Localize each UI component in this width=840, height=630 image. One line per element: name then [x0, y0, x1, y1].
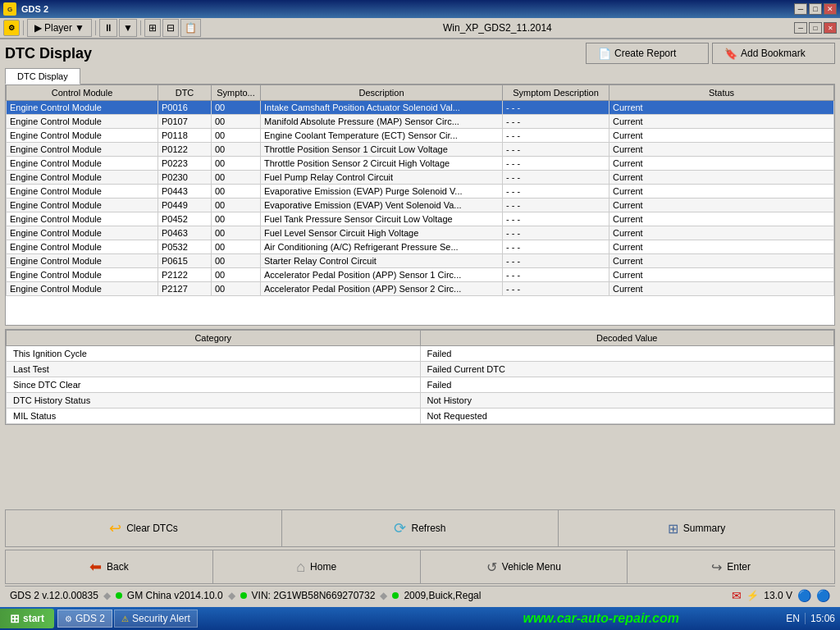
detail-row: DTC History StatusNot History	[7, 393, 834, 409]
watermark: www.car-auto-repair.com	[421, 611, 781, 626]
detail-row: Last TestFailed Current DTC	[7, 362, 834, 377]
table-row[interactable]: Engine Control ModuleP053200Air Conditio…	[7, 240, 834, 254]
windows-logo: ⊞	[10, 612, 20, 625]
col-header-dtc: DTC	[158, 85, 212, 101]
back-btn[interactable]: ⬅ Back	[6, 550, 213, 583]
version-text: GDS 2 v.12.0.00835	[10, 590, 98, 601]
detail-col-category: Category	[7, 331, 421, 346]
detail-area: Category Decoded Value This Ignition Cyc…	[5, 329, 835, 425]
inner-min-btn[interactable]: ─	[794, 22, 807, 34]
taskbar-security[interactable]: ⚠ Security Alert	[114, 609, 198, 628]
email-icon: ✉	[732, 589, 742, 602]
year-text: 2009,Buick,Regal	[404, 590, 481, 601]
detail-category: Last Test	[7, 362, 421, 377]
clock: 15:06	[810, 613, 835, 624]
window-title: Win_XP_GDS2_11.2014	[203, 22, 792, 34]
start-btn[interactable]: ⊞ start	[0, 609, 54, 628]
sep3	[140, 21, 141, 35]
close-btn[interactable]: ✕	[824, 3, 837, 15]
minimize-btn[interactable]: ─	[794, 3, 807, 15]
taskbar-items: ⚙ GDS 2 ⚠ Security Alert	[57, 609, 418, 628]
add-bookmark-btn[interactable]: 🔖 Add Bookmark	[712, 43, 835, 64]
detail-row: This Ignition CycleFailed	[7, 346, 834, 362]
summary-icon: ⊞	[668, 521, 678, 536]
table-row[interactable]: Engine Control ModuleP212700Accelerator …	[7, 282, 834, 296]
toolbar-btn-3[interactable]: ⊞	[144, 19, 161, 37]
dtc-table: Control Module DTC Sympto... Description…	[6, 84, 834, 296]
tab-bar: DTC Display	[5, 67, 835, 84]
home-btn[interactable]: ⌂ Home	[213, 550, 421, 583]
bottom-buttons: ↩ Clear DTCs ⟳ Refresh ⊞ Summary	[5, 509, 835, 547]
table-row[interactable]: Engine Control ModuleP010700Manifold Abs…	[7, 115, 834, 129]
table-row[interactable]: Engine Control ModuleP001600Intake Camsh…	[7, 101, 834, 115]
col-header-symptom-desc: Symptom Description	[503, 85, 609, 101]
col-header-symp: Sympto...	[212, 85, 261, 101]
table-row[interactable]: Engine Control ModuleP022300Throttle Pos…	[7, 157, 834, 171]
table-row[interactable]: Engine Control ModuleP045200Fuel Tank Pr…	[7, 212, 834, 226]
create-report-btn[interactable]: 📄 Create Report	[586, 43, 709, 64]
status-bar: GDS 2 v.12.0.00835 ◆ GM China v2014.10.0…	[5, 586, 835, 604]
toolbar-btn-4[interactable]: ⊟	[162, 19, 179, 37]
refresh-btn[interactable]: ⟳ Refresh	[282, 510, 559, 546]
app-title: GDS 2	[21, 4, 48, 14]
sep2	[95, 21, 96, 35]
detail-row: Since DTC ClearFailed	[7, 377, 834, 393]
detail-value: Not Requested	[420, 409, 834, 424]
help-icon: 🔵	[816, 589, 830, 602]
player-btn[interactable]: ▶Player▼	[27, 19, 92, 37]
vin-status-dot	[240, 592, 247, 599]
network-icon: 🔵	[797, 589, 811, 602]
sep1	[23, 21, 24, 35]
inner-close-btn[interactable]: ✕	[824, 22, 837, 34]
nav-buttons: ⬅ Back ⌂ Home ↺ Vehicle Menu ↪ Enter	[5, 550, 835, 584]
header-actions: 📄 Create Report 🔖 Add Bookmark	[586, 43, 835, 64]
back-icon: ⬅	[89, 558, 102, 576]
title-bar: G GDS 2 ─ □ ✕	[0, 0, 840, 18]
gds-icon[interactable]: ⚙	[3, 20, 20, 36]
spacer	[5, 425, 835, 509]
table-row[interactable]: Engine Control ModuleP011800Engine Coola…	[7, 129, 834, 143]
col-header-status: Status	[609, 85, 834, 101]
dtc-display-tab[interactable]: DTC Display	[5, 68, 80, 84]
voltage-icon: ⚡	[746, 590, 759, 601]
detail-category: MIL Status	[7, 409, 421, 424]
toolbar-btn-1[interactable]: ⏸	[99, 19, 117, 37]
detail-value: Failed Current DTC	[420, 362, 834, 377]
maximize-btn[interactable]: □	[809, 3, 822, 15]
home-icon: ⌂	[296, 559, 305, 576]
year-status-dot	[392, 592, 399, 599]
main-content: DTC Display 📄 Create Report 🔖 Add Bookma…	[0, 39, 840, 607]
detail-category: Since DTC Clear	[7, 377, 421, 393]
table-row[interactable]: Engine Control ModuleP212200Accelerator …	[7, 268, 834, 282]
lang-indicator: EN	[786, 613, 800, 624]
col-header-desc: Description	[261, 85, 503, 101]
system-tray: EN 15:06	[781, 613, 840, 624]
dtc-table-container[interactable]: Control Module DTC Sympto... Description…	[5, 84, 835, 326]
inner-max-btn[interactable]: □	[809, 22, 822, 34]
table-row[interactable]: Engine Control ModuleP046300Fuel Level S…	[7, 226, 834, 240]
gm-status-dot	[116, 592, 122, 599]
table-row[interactable]: Engine Control ModuleP044900Evaporative …	[7, 199, 834, 212]
gm-china-text: GM China v2014.10.0	[127, 590, 223, 601]
table-row[interactable]: Engine Control ModuleP061500Starter Rela…	[7, 254, 834, 268]
enter-icon: ↪	[711, 559, 722, 575]
voltage-text: 13.0 V	[764, 590, 792, 601]
vehicle-icon: ↺	[486, 559, 497, 575]
app-toolbar: ⚙ ▶Player▼ ⏸ ▼ ⊞ ⊟ 📋 Win_XP_GDS2_11.2014…	[0, 18, 840, 39]
detail-value: Not History	[420, 393, 834, 409]
table-row[interactable]: Engine Control ModuleP044300Evaporative …	[7, 185, 834, 199]
toolbar-btn-5[interactable]: 📋	[180, 19, 201, 37]
summary-btn[interactable]: ⊞ Summary	[559, 510, 834, 546]
toolbar-btn-2[interactable]: ▼	[119, 19, 137, 37]
vehicle-menu-btn[interactable]: ↺ Vehicle Menu	[421, 550, 628, 583]
taskbar-gds2[interactable]: ⚙ GDS 2	[57, 609, 112, 628]
table-row[interactable]: Engine Control ModuleP012200Throttle Pos…	[7, 143, 834, 157]
enter-btn[interactable]: ↪ Enter	[628, 550, 834, 583]
clear-dtcs-btn[interactable]: ↩ Clear DTCs	[6, 510, 282, 546]
detail-category: This Ignition Cycle	[7, 346, 421, 362]
page-title: DTC Display	[5, 45, 92, 62]
taskbar: ⊞ start ⚙ GDS 2 ⚠ Security Alert www.car…	[0, 607, 840, 630]
refresh-icon: ⟳	[394, 519, 406, 537]
table-row[interactable]: Engine Control ModuleP023000Fuel Pump Re…	[7, 171, 834, 185]
detail-value: Failed	[420, 377, 834, 393]
